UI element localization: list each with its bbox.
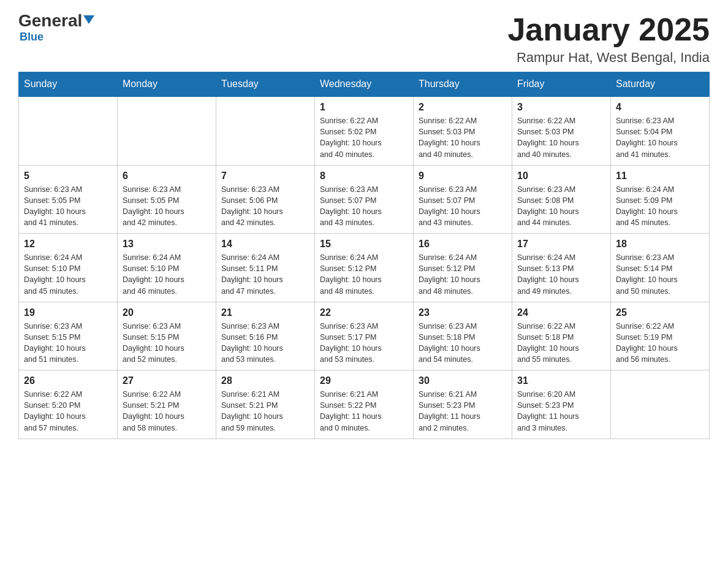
calendar-cell: 10Sunrise: 6:23 AM Sunset: 5:08 PM Dayli… <box>512 165 611 234</box>
calendar-week-2: 5Sunrise: 6:23 AM Sunset: 5:05 PM Daylig… <box>19 165 710 234</box>
day-number: 20 <box>123 307 211 318</box>
day-number: 9 <box>419 170 507 182</box>
day-number: 26 <box>24 375 112 386</box>
calendar-cell: 3Sunrise: 6:22 AM Sunset: 5:03 PM Daylig… <box>512 96 611 165</box>
day-info: Sunrise: 6:23 AM Sunset: 5:06 PM Dayligh… <box>221 184 309 229</box>
title-area: January 2025 Rampur Hat, West Bengal, In… <box>507 12 710 66</box>
day-number: 29 <box>320 375 408 386</box>
day-number: 18 <box>616 239 704 250</box>
calendar-cell: 29Sunrise: 6:21 AM Sunset: 5:22 PM Dayli… <box>315 370 414 439</box>
calendar-cell <box>611 370 710 439</box>
logo-sub-text: Blue <box>20 31 44 44</box>
calendar-cell: 14Sunrise: 6:24 AM Sunset: 5:11 PM Dayli… <box>216 234 315 302</box>
calendar-cell <box>118 96 216 165</box>
day-number: 11 <box>616 170 704 182</box>
day-info: Sunrise: 6:22 AM Sunset: 5:20 PM Dayligh… <box>24 389 112 434</box>
day-number: 21 <box>221 307 309 318</box>
calendar-cell: 1Sunrise: 6:22 AM Sunset: 5:02 PM Daylig… <box>315 96 414 165</box>
weekday-header-wednesday: Wednesday <box>315 72 414 97</box>
calendar-cell: 12Sunrise: 6:24 AM Sunset: 5:10 PM Dayli… <box>19 234 118 302</box>
calendar-cell: 28Sunrise: 6:21 AM Sunset: 5:21 PM Dayli… <box>216 370 315 439</box>
day-number: 17 <box>517 239 605 250</box>
day-number: 5 <box>24 170 112 182</box>
day-info: Sunrise: 6:21 AM Sunset: 5:21 PM Dayligh… <box>221 389 309 434</box>
day-number: 14 <box>221 239 309 250</box>
day-number: 25 <box>616 307 704 318</box>
day-number: 8 <box>320 170 408 182</box>
day-number: 23 <box>419 307 507 318</box>
calendar-cell <box>216 96 315 165</box>
weekday-header-friday: Friday <box>512 72 611 97</box>
weekday-header-thursday: Thursday <box>414 72 512 97</box>
day-info: Sunrise: 6:23 AM Sunset: 5:15 PM Dayligh… <box>24 321 112 366</box>
calendar-cell: 20Sunrise: 6:23 AM Sunset: 5:15 PM Dayli… <box>118 302 216 370</box>
weekday-header-tuesday: Tuesday <box>216 72 315 97</box>
day-info: Sunrise: 6:24 AM Sunset: 5:13 PM Dayligh… <box>517 252 605 297</box>
day-info: Sunrise: 6:20 AM Sunset: 5:23 PM Dayligh… <box>517 389 605 434</box>
day-info: Sunrise: 6:23 AM Sunset: 5:08 PM Dayligh… <box>517 184 605 229</box>
day-info: Sunrise: 6:21 AM Sunset: 5:23 PM Dayligh… <box>419 389 507 434</box>
day-number: 28 <box>221 375 309 386</box>
calendar-cell: 22Sunrise: 6:23 AM Sunset: 5:17 PM Dayli… <box>315 302 414 370</box>
day-info: Sunrise: 6:23 AM Sunset: 5:14 PM Dayligh… <box>616 252 704 297</box>
day-info: Sunrise: 6:23 AM Sunset: 5:18 PM Dayligh… <box>419 321 507 366</box>
calendar-cell: 5Sunrise: 6:23 AM Sunset: 5:05 PM Daylig… <box>19 165 118 234</box>
logo-main-text: General <box>18 12 94 29</box>
day-info: Sunrise: 6:21 AM Sunset: 5:22 PM Dayligh… <box>320 389 408 434</box>
day-number: 19 <box>24 307 112 318</box>
day-number: 24 <box>517 307 605 318</box>
calendar-cell: 9Sunrise: 6:23 AM Sunset: 5:07 PM Daylig… <box>414 165 512 234</box>
calendar-cell: 13Sunrise: 6:24 AM Sunset: 5:10 PM Dayli… <box>118 234 216 302</box>
day-info: Sunrise: 6:23 AM Sunset: 5:07 PM Dayligh… <box>419 184 507 229</box>
calendar-week-1: 1Sunrise: 6:22 AM Sunset: 5:02 PM Daylig… <box>19 96 710 165</box>
day-info: Sunrise: 6:23 AM Sunset: 5:15 PM Dayligh… <box>123 321 211 366</box>
day-number: 6 <box>123 170 211 182</box>
day-number: 15 <box>320 239 408 250</box>
day-info: Sunrise: 6:22 AM Sunset: 5:02 PM Dayligh… <box>320 115 408 160</box>
day-info: Sunrise: 6:23 AM Sunset: 5:05 PM Dayligh… <box>24 184 112 229</box>
day-number: 4 <box>616 102 704 113</box>
calendar-cell: 26Sunrise: 6:22 AM Sunset: 5:20 PM Dayli… <box>19 370 118 439</box>
logo: General Blue <box>18 12 94 44</box>
weekday-header-monday: Monday <box>118 72 216 97</box>
day-info: Sunrise: 6:22 AM Sunset: 5:18 PM Dayligh… <box>517 321 605 366</box>
day-number: 13 <box>123 239 211 250</box>
day-info: Sunrise: 6:24 AM Sunset: 5:10 PM Dayligh… <box>123 252 211 297</box>
day-info: Sunrise: 6:24 AM Sunset: 5:09 PM Dayligh… <box>616 184 704 229</box>
calendar-cell: 4Sunrise: 6:23 AM Sunset: 5:04 PM Daylig… <box>611 96 710 165</box>
day-number: 30 <box>419 375 507 386</box>
location-text: Rampur Hat, West Bengal, India <box>507 50 710 66</box>
calendar-cell: 2Sunrise: 6:22 AM Sunset: 5:03 PM Daylig… <box>414 96 512 165</box>
calendar-cell: 15Sunrise: 6:24 AM Sunset: 5:12 PM Dayli… <box>315 234 414 302</box>
logo-triangle-icon <box>83 15 94 24</box>
calendar-cell: 24Sunrise: 6:22 AM Sunset: 5:18 PM Dayli… <box>512 302 611 370</box>
calendar-cell: 31Sunrise: 6:20 AM Sunset: 5:23 PM Dayli… <box>512 370 611 439</box>
day-info: Sunrise: 6:22 AM Sunset: 5:03 PM Dayligh… <box>419 115 507 160</box>
calendar-cell: 8Sunrise: 6:23 AM Sunset: 5:07 PM Daylig… <box>315 165 414 234</box>
weekday-header-saturday: Saturday <box>611 72 710 97</box>
day-number: 3 <box>517 102 605 113</box>
day-info: Sunrise: 6:24 AM Sunset: 5:12 PM Dayligh… <box>320 252 408 297</box>
calendar-cell: 11Sunrise: 6:24 AM Sunset: 5:09 PM Dayli… <box>611 165 710 234</box>
weekday-header-sunday: Sunday <box>19 72 118 97</box>
calendar-cell: 23Sunrise: 6:23 AM Sunset: 5:18 PM Dayli… <box>414 302 512 370</box>
day-number: 16 <box>419 239 507 250</box>
calendar-cell: 25Sunrise: 6:22 AM Sunset: 5:19 PM Dayli… <box>611 302 710 370</box>
day-number: 10 <box>517 170 605 182</box>
page-header: General Blue January 2025 Rampur Hat, We… <box>18 12 710 66</box>
calendar-cell: 18Sunrise: 6:23 AM Sunset: 5:14 PM Dayli… <box>611 234 710 302</box>
day-info: Sunrise: 6:23 AM Sunset: 5:07 PM Dayligh… <box>320 184 408 229</box>
day-number: 31 <box>517 375 605 386</box>
calendar-cell <box>19 96 118 165</box>
month-title: January 2025 <box>507 12 710 47</box>
calendar-cell: 27Sunrise: 6:22 AM Sunset: 5:21 PM Dayli… <box>118 370 216 439</box>
calendar-cell: 16Sunrise: 6:24 AM Sunset: 5:12 PM Dayli… <box>414 234 512 302</box>
day-number: 7 <box>221 170 309 182</box>
calendar-cell: 30Sunrise: 6:21 AM Sunset: 5:23 PM Dayli… <box>414 370 512 439</box>
calendar-cell: 19Sunrise: 6:23 AM Sunset: 5:15 PM Dayli… <box>19 302 118 370</box>
calendar-header-row: SundayMondayTuesdayWednesdayThursdayFrid… <box>19 72 710 97</box>
day-info: Sunrise: 6:22 AM Sunset: 5:03 PM Dayligh… <box>517 115 605 160</box>
calendar-week-5: 26Sunrise: 6:22 AM Sunset: 5:20 PM Dayli… <box>19 370 710 439</box>
calendar-table: SundayMondayTuesdayWednesdayThursdayFrid… <box>18 72 710 439</box>
calendar-cell: 21Sunrise: 6:23 AM Sunset: 5:16 PM Dayli… <box>216 302 315 370</box>
